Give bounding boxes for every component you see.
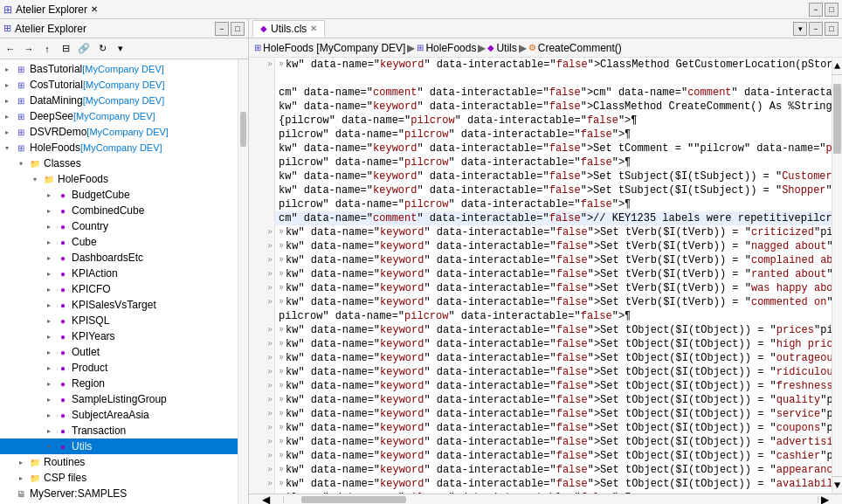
gutter-row <box>249 211 274 225</box>
tree-item[interactable]: ▸⊞DeepSee [MyCompany DEV] <box>0 108 238 124</box>
expand-icon[interactable]: ▾ <box>0 141 14 155</box>
expand-icon[interactable]: ▾ <box>28 172 42 186</box>
tree-item[interactable]: ▸●KPICFO <box>0 281 238 297</box>
expand-icon[interactable]: ▸ <box>42 408 56 422</box>
expand-icon[interactable]: ▾ <box>14 156 28 170</box>
tree-item[interactable]: ▸●KPISQL <box>0 313 238 328</box>
tree-item[interactable]: ▾📁HoleFoods <box>0 171 238 187</box>
filter-button[interactable]: ▾ <box>112 40 129 58</box>
expand-icon[interactable]: ▸ <box>42 251 56 265</box>
expand-icon[interactable]: ▸ <box>42 266 56 280</box>
tree-item[interactable]: ▸●Transaction <box>0 423 238 438</box>
scroll-down-button[interactable]: ▼ <box>832 476 842 494</box>
utils-tab[interactable]: ◆ Utils.cls ✕ <box>252 20 325 38</box>
tab-menu-button[interactable]: ▾ <box>793 22 807 36</box>
maximize-button[interactable]: □ <box>825 3 839 17</box>
scroll-thumb[interactable] <box>833 84 841 154</box>
proj-icon: ⊞ <box>14 62 28 76</box>
change-arrow: » <box>279 393 284 407</box>
left-scrollbar[interactable] <box>238 59 248 504</box>
tree-item[interactable]: ▸●Country <box>0 218 238 234</box>
tree-item[interactable]: ▸●Region <box>0 376 238 391</box>
tree-item[interactable]: ▸⊞DSVRDemo [MyCompany DEV] <box>0 124 238 140</box>
vertical-scrollbar[interactable]: ▲ ▼ <box>832 58 842 494</box>
hscroll-left-button[interactable]: ◀ <box>249 496 284 503</box>
forward-button[interactable]: → <box>20 40 38 58</box>
code-lines[interactable]: »kw" data-name="keyword" data-interactab… <box>275 58 832 494</box>
tree-item[interactable]: ▾⊞HoleFoods [MyCompany DEV] <box>0 140 238 155</box>
tree-item[interactable]: ▸📁Routines <box>0 454 238 470</box>
tree-item[interactable]: ▸●Cube <box>0 234 238 250</box>
utils-tab-label: Utils.cls <box>271 23 307 35</box>
class-icon: ● <box>56 361 70 375</box>
expand-icon[interactable]: ▾ <box>42 439 56 453</box>
tree-item[interactable]: ▸●KPIYears <box>0 328 238 344</box>
tree-item[interactable]: ▸●DashboardsEtc <box>0 250 238 266</box>
expand-icon[interactable]: ▸ <box>42 376 56 390</box>
string: cm <box>279 86 291 100</box>
tree-item[interactable]: ▸●SubjectAreaAsia <box>0 407 238 423</box>
tree-item[interactable]: ▸⊞CosTutorial [MyCompany DEV] <box>0 77 238 93</box>
expand-icon[interactable]: ▸ <box>0 93 14 107</box>
tree-item[interactable]: ▸📁CSP files <box>0 470 238 486</box>
bc-holefoods[interactable]: ⊞ HoleFoods <box>417 42 476 54</box>
hscroll-right-button[interactable]: ▶ <box>818 496 832 503</box>
expand-icon[interactable]: ▸ <box>0 62 14 76</box>
minimize-button[interactable]: − <box>809 3 823 17</box>
tree-item[interactable]: ▸⊞DataMining [MyCompany DEV] <box>0 93 238 108</box>
code-editor[interactable]: »»»»»»»»»»»»»»»»»»» »kw" data-name="keyw… <box>249 58 842 494</box>
left-scroll-thumb[interactable] <box>240 112 246 147</box>
tree-item[interactable]: ▸●Product <box>0 360 238 376</box>
expand-icon[interactable]: ▸ <box>42 282 56 296</box>
expand-icon[interactable]: ▸ <box>0 125 14 139</box>
tree-item[interactable]: ▸●SampleListingGroup <box>0 391 238 407</box>
expand-icon[interactable]: ▸ <box>42 345 56 359</box>
expand-icon[interactable]: ▸ <box>42 392 56 406</box>
scroll-up-button[interactable]: ▲ <box>832 58 842 75</box>
tree-item-label: KPIYears <box>72 330 115 342</box>
expand-icon[interactable]: ▸ <box>42 219 56 233</box>
tree-item[interactable]: ▸●KPIAction <box>0 266 238 281</box>
expand-icon[interactable]: ▸ <box>42 361 56 375</box>
editor-maximize-button[interactable]: □ <box>825 22 839 36</box>
expand-icon[interactable]: ▸ <box>14 455 28 469</box>
horizontal-scrollbar[interactable]: ◀ ▶ <box>249 494 832 504</box>
title-close-icon[interactable]: ✕ <box>91 4 98 14</box>
string: keyword <box>380 225 424 239</box>
bc-createcomment[interactable]: ⚙ CreateComment() <box>528 42 622 54</box>
expand-icon[interactable]: ▸ <box>0 78 14 92</box>
tree-item[interactable]: ▸●Outlet <box>0 344 238 360</box>
back-button[interactable]: ← <box>2 40 19 58</box>
tree-item[interactable]: ▸●KPISalesVsTarget <box>0 297 238 313</box>
string: kw <box>286 449 298 463</box>
bc-createcomment-icon: ⚙ <box>528 43 536 52</box>
tree-item[interactable]: ▸●CombinedCube <box>0 203 238 218</box>
tree-item[interactable]: 🖥MyServer:SAMPLES <box>0 486 238 501</box>
refresh-button[interactable]: ↻ <box>93 40 111 58</box>
tree-item[interactable]: ▾📁Classes <box>0 155 238 171</box>
tree-item[interactable]: ▾●Utils <box>0 438 238 454</box>
expand-icon[interactable]: ▸ <box>42 204 56 217</box>
expand-icon[interactable]: ▸ <box>42 424 56 438</box>
tree-item[interactable]: ▸●BudgetCube <box>0 187 238 203</box>
expand-icon[interactable]: ▸ <box>42 314 56 328</box>
expand-icon[interactable]: ▸ <box>0 109 14 123</box>
expand-icon[interactable]: ▸ <box>42 329 56 343</box>
utils-tab-close[interactable]: ✕ <box>310 24 317 33</box>
expand-icon[interactable]: ▸ <box>42 235 56 249</box>
editor-minimize-button[interactable]: − <box>809 22 823 36</box>
link-button[interactable]: 🔗 <box>75 40 93 58</box>
bc-holefoods-dev[interactable]: HoleFoods [MyCompany DEV] <box>263 42 405 54</box>
panel-maximize-button[interactable]: □ <box>231 22 245 36</box>
collapse-button[interactable]: ⊟ <box>57 40 74 58</box>
tree-item[interactable]: ▸⊞BasTutorial [MyCompany DEV] <box>0 61 238 77</box>
panel-minimize-button[interactable]: − <box>215 22 229 36</box>
bc-utils[interactable]: ◆ Utils <box>487 42 516 54</box>
expand-icon[interactable]: ▸ <box>42 188 56 202</box>
up-button[interactable]: ↑ <box>38 40 56 58</box>
string: false <box>556 337 588 351</box>
expand-icon[interactable]: ▸ <box>42 298 56 312</box>
proj-icon: ⊞ <box>14 93 28 107</box>
expand-icon[interactable]: ▸ <box>14 471 28 485</box>
hscroll-thumb[interactable] <box>301 496 406 503</box>
